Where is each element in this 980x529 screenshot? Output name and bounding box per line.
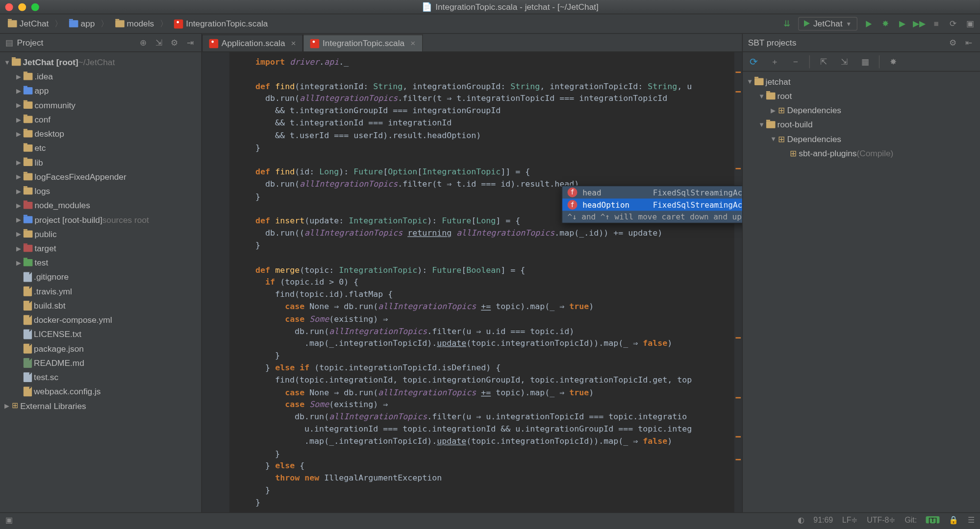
- memory-indicator-icon[interactable]: ◐: [798, 516, 804, 525]
- tree-row[interactable]: ▼root-build: [743, 117, 980, 131]
- stop-button[interactable]: ■: [930, 18, 942, 30]
- git-branch[interactable]: Git:: [905, 516, 917, 525]
- expander-icon[interactable]: ▶: [14, 173, 24, 180]
- expander-icon[interactable]: ▶: [14, 130, 24, 137]
- gear-icon[interactable]: ⚙: [169, 37, 180, 48]
- tree-row[interactable]: ▶.idea: [0, 69, 201, 83]
- project-tree[interactable]: ▼JetChat [root] ~/JetChat▶.idea▶app▶comm…: [0, 52, 201, 512]
- breadcrumb-segment[interactable]: models: [111, 18, 158, 30]
- run-button[interactable]: [863, 18, 875, 30]
- close-tab-icon[interactable]: ×: [291, 38, 296, 48]
- tree-row[interactable]: ▶public: [0, 226, 201, 240]
- breadcrumb[interactable]: JetChat〉app〉models〉IntegrationTopic.scal…: [4, 18, 781, 30]
- tree-row[interactable]: ▶project [root-build] sources root: [0, 212, 201, 226]
- tree-row[interactable]: .gitignore: [0, 269, 201, 284]
- tree-row[interactable]: ▶app: [0, 83, 201, 97]
- expander-icon[interactable]: ▶: [14, 159, 24, 166]
- refresh-icon[interactable]: ⟳: [747, 54, 761, 69]
- tree-row[interactable]: ▶⊞Dependencies: [743, 103, 980, 117]
- completion-item[interactable]: f head FixedSqlStreamingAction.this.Resu…: [562, 186, 742, 198]
- file-encoding[interactable]: UTF-8≑: [867, 516, 895, 525]
- tree-row[interactable]: ⊞sbt-and-plugins (Compile): [743, 146, 980, 160]
- tree-row[interactable]: build.sbt: [0, 298, 201, 313]
- warning-marker[interactable]: [735, 72, 741, 73]
- tree-row[interactable]: ▶lib: [0, 155, 201, 169]
- warning-marker[interactable]: [735, 337, 741, 338]
- caret-position[interactable]: 91:69: [813, 516, 833, 525]
- tree-row[interactable]: ▶conf: [0, 112, 201, 126]
- tree-row[interactable]: test.sc: [0, 370, 201, 384]
- expand-all-icon[interactable]: ⇱: [816, 54, 830, 69]
- gear-icon[interactable]: ⚙: [947, 37, 959, 48]
- expander-icon[interactable]: ▶: [14, 201, 24, 209]
- layout-button[interactable]: ▣: [964, 18, 976, 30]
- warning-marker[interactable]: [735, 397, 741, 399]
- expander-icon[interactable]: ▼: [2, 58, 12, 66]
- tree-row[interactable]: ▶target: [0, 241, 201, 255]
- settings-icon[interactable]: ✸: [886, 54, 900, 69]
- code-area[interactable]: import driver.api._ def find(integration…: [202, 52, 742, 512]
- zoom-window-icon[interactable]: [31, 3, 39, 11]
- expander-icon[interactable]: ▶: [14, 259, 24, 266]
- expander-icon[interactable]: ▶: [769, 106, 778, 114]
- tree-row[interactable]: docker-compose.yml: [0, 313, 201, 327]
- expander-icon[interactable]: ▼: [757, 92, 766, 99]
- tree-row[interactable]: etc: [0, 141, 201, 155]
- completion-item-selected[interactable]: f headOption FixedSqlStreamingAction.thi…: [562, 198, 742, 211]
- line-separator[interactable]: LF≑: [842, 516, 858, 525]
- remove-icon[interactable]: −: [788, 54, 803, 69]
- tree-row[interactable]: package.json: [0, 341, 201, 355]
- expander-icon[interactable]: ▼: [769, 135, 778, 143]
- reload-button[interactable]: ⟳: [947, 18, 959, 30]
- tree-row[interactable]: ▼⊞Dependencies: [743, 131, 980, 145]
- minimize-window-icon[interactable]: [18, 3, 26, 11]
- tree-row[interactable]: README.md: [0, 356, 201, 370]
- indexing-badge[interactable]: [T]: [926, 517, 940, 524]
- expander-icon[interactable]: ▶: [14, 244, 24, 252]
- sbt-tree[interactable]: ▼jetchat▼root▶⊞Dependencies▼root-build▼⊞…: [743, 72, 980, 512]
- add-icon[interactable]: +: [768, 54, 782, 69]
- tree-row[interactable]: ▶logs: [0, 184, 201, 198]
- close-window-icon[interactable]: [5, 3, 13, 11]
- hide-icon[interactable]: ⇥: [184, 37, 196, 48]
- warning-marker[interactable]: [735, 436, 741, 437]
- expander-icon[interactable]: ▶: [2, 402, 12, 409]
- editor-tab[interactable]: Application.scala×: [202, 34, 303, 51]
- breadcrumb-segment[interactable]: app: [65, 18, 99, 30]
- group-icon[interactable]: ▦: [858, 54, 872, 69]
- status-left-icon[interactable]: ▣: [5, 516, 13, 525]
- editor-tab[interactable]: IntegrationTopic.scala×: [303, 34, 423, 51]
- expander-icon[interactable]: ▶: [14, 101, 24, 109]
- autoscroll-icon[interactable]: ⊕: [137, 37, 149, 48]
- tree-row[interactable]: ▶⊞External Libraries: [0, 398, 201, 412]
- debug-button[interactable]: ✸: [879, 18, 891, 30]
- tree-row[interactable]: webpack.config.js: [0, 384, 201, 398]
- tree-row[interactable]: ▶desktop: [0, 126, 201, 141]
- tree-row[interactable]: LICENSE.txt: [0, 327, 201, 341]
- collapse-all-icon[interactable]: ⇲: [837, 54, 852, 69]
- tree-row[interactable]: ▶node_modules: [0, 198, 201, 212]
- hector-icon[interactable]: ☰: [968, 516, 975, 525]
- tree-row[interactable]: ▼root: [743, 89, 980, 103]
- expander-icon[interactable]: ▶: [14, 116, 24, 123]
- profile-button[interactable]: ▶▶: [913, 18, 925, 30]
- tree-row[interactable]: ▶community: [0, 97, 201, 112]
- breadcrumb-segment[interactable]: IntegrationTopic.scala: [170, 18, 272, 30]
- tree-row[interactable]: .travis.yml: [0, 284, 201, 298]
- build-icon[interactable]: ⇊: [781, 18, 793, 30]
- tree-row[interactable]: ▶logFacesFixedAppender: [0, 169, 201, 184]
- completion-popup[interactable]: f head FixedSqlStreamingAction.this.Resu…: [562, 186, 742, 223]
- expander-icon[interactable]: ▶: [14, 72, 24, 80]
- close-tab-icon[interactable]: ×: [410, 38, 415, 48]
- warning-marker[interactable]: [735, 168, 741, 169]
- tree-row[interactable]: ▶test: [0, 255, 201, 269]
- tree-row[interactable]: ▼jetchat: [743, 74, 980, 89]
- error-stripe[interactable]: [734, 52, 742, 512]
- expander-icon[interactable]: ▼: [757, 121, 766, 128]
- expander-icon[interactable]: ▶: [14, 230, 24, 238]
- hide-icon[interactable]: ⇤: [963, 37, 975, 48]
- tree-row[interactable]: ▼JetChat [root] ~/JetChat: [0, 55, 201, 69]
- run-config-selector[interactable]: JetChat ▼: [798, 17, 857, 31]
- breadcrumb-segment[interactable]: JetChat: [4, 18, 52, 30]
- warning-marker[interactable]: [735, 91, 741, 93]
